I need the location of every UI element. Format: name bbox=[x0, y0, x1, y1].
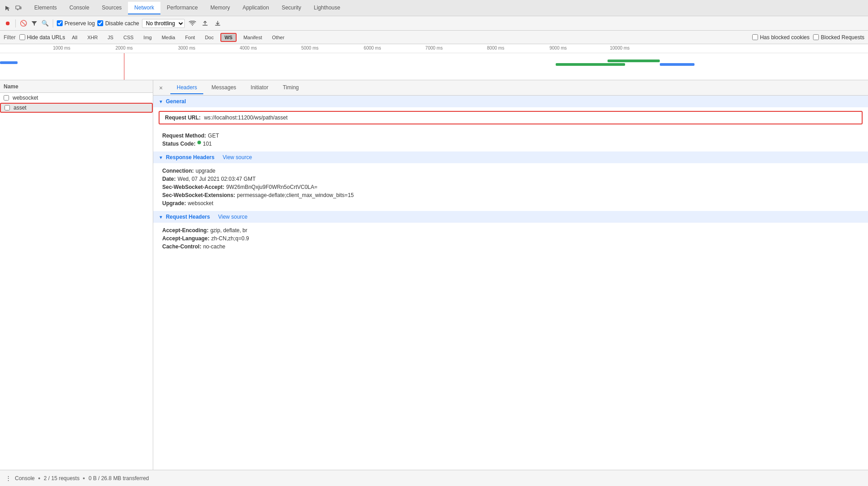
wifi-icon[interactable] bbox=[187, 18, 197, 28]
filter-type-ws[interactable]: WS bbox=[220, 33, 237, 42]
filter-type-js[interactable]: JS bbox=[105, 34, 117, 41]
status-code-label: Status Code: bbox=[162, 141, 196, 147]
detail-tab-initiator[interactable]: Initiator bbox=[244, 82, 274, 94]
response-headers-section-header[interactable]: ▼ Response Headers View source bbox=[153, 151, 868, 163]
request-accept-language-value: zh-CN,zh;q=0.9 bbox=[211, 235, 249, 242]
tick-10000: 10000 ms bbox=[610, 46, 630, 50]
request-method-value: GET bbox=[208, 133, 219, 139]
filter-type-xhr[interactable]: XHR bbox=[84, 34, 101, 41]
request-cache-control-label: Cache-Control: bbox=[162, 243, 201, 250]
tab-security[interactable]: Security bbox=[275, 2, 307, 14]
divider-2 bbox=[53, 19, 53, 28]
request-url-label: Request URL: bbox=[165, 115, 201, 121]
filter-type-img[interactable]: Img bbox=[140, 34, 155, 41]
detail-tab-headers[interactable]: Headers bbox=[170, 82, 203, 94]
tab-lighthouse[interactable]: Lighthouse bbox=[307, 2, 347, 14]
tab-performance[interactable]: Performance bbox=[160, 2, 204, 14]
bar-1 bbox=[0, 61, 18, 64]
general-section-label: General bbox=[166, 98, 186, 105]
bar-3 bbox=[608, 60, 660, 62]
device-icon[interactable] bbox=[14, 4, 23, 12]
response-date-value: Wed, 07 Jul 2021 02:03:47 GMT bbox=[178, 176, 256, 182]
disable-cache-label[interactable]: Disable cache bbox=[97, 20, 139, 27]
filter-type-media[interactable]: Media bbox=[159, 34, 178, 41]
request-accept-encoding-label: Accept-Encoding: bbox=[162, 227, 209, 234]
general-section-header[interactable]: ▼ General bbox=[153, 96, 868, 107]
detail-tab-timing[interactable]: Timing bbox=[276, 82, 305, 94]
request-method-row: Request Method: GET bbox=[162, 133, 863, 139]
response-ws-accept-label: Sec-WebSocket-Accept: bbox=[162, 184, 224, 190]
filter-type-font[interactable]: Font bbox=[182, 34, 198, 41]
response-date-row: Date: Wed, 07 Jul 2021 02:03:47 GMT bbox=[162, 176, 863, 182]
timeline: 1000 ms 2000 ms 3000 ms 4000 ms 5000 ms … bbox=[0, 44, 868, 80]
cursor-icon[interactable] bbox=[4, 4, 12, 12]
tick-1000: 1000 ms bbox=[53, 46, 70, 50]
general-section-body: Request Method: GET Status Code: 101 bbox=[153, 128, 868, 151]
response-connection-row: Connection: upgrade bbox=[162, 168, 863, 174]
blocked-requests-label[interactable]: Blocked Requests bbox=[813, 34, 864, 41]
request-accept-encoding-value: gzip, deflate, br bbox=[210, 227, 247, 234]
clear-button[interactable]: 🚫 bbox=[19, 19, 27, 28]
tick-8000: 8000 ms bbox=[487, 46, 504, 50]
preserve-log-text: Preserve log bbox=[64, 20, 95, 27]
view-source-response[interactable]: View source bbox=[223, 154, 252, 160]
response-upgrade-row: Upgrade: websocket bbox=[162, 200, 863, 206]
hide-data-urls-label[interactable]: Hide data URLs bbox=[19, 34, 65, 41]
response-headers-label: Response Headers bbox=[166, 154, 215, 160]
tab-console[interactable]: Console bbox=[63, 2, 96, 14]
response-connection-value: upgrade bbox=[196, 168, 215, 174]
detail-close-button[interactable]: × bbox=[157, 84, 165, 92]
throttle-select[interactable]: No throttling bbox=[142, 19, 185, 28]
tab-application[interactable]: Application bbox=[236, 2, 275, 14]
hide-data-urls-checkbox[interactable] bbox=[19, 34, 25, 40]
tab-memory[interactable]: Memory bbox=[204, 2, 236, 14]
tab-elements[interactable]: Elements bbox=[28, 2, 63, 14]
filter-type-manifest[interactable]: Manifest bbox=[240, 34, 265, 41]
main-area: Name websocket asset × Headers Messages … bbox=[0, 80, 868, 470]
tab-network[interactable]: Network bbox=[128, 2, 160, 14]
has-blocked-cookies-checkbox[interactable] bbox=[752, 34, 758, 40]
request-item-asset[interactable]: asset bbox=[0, 103, 153, 113]
filter-type-css[interactable]: CSS bbox=[120, 34, 137, 41]
filter-input-wrap: Filter bbox=[4, 34, 16, 41]
requests-header: Name bbox=[0, 80, 153, 93]
disable-cache-checkbox[interactable] bbox=[97, 20, 103, 26]
status-code-value: 101 bbox=[203, 141, 212, 147]
asset-name: asset bbox=[14, 105, 27, 111]
filter-label: Filter bbox=[4, 34, 16, 41]
websocket-checkbox[interactable] bbox=[4, 95, 9, 101]
timeline-ruler: 1000 ms 2000 ms 3000 ms 4000 ms 5000 ms … bbox=[0, 44, 868, 53]
response-upgrade-value: websocket bbox=[188, 200, 214, 206]
tab-bar: Elements Console Sources Network Perform… bbox=[0, 0, 868, 16]
filter-button[interactable] bbox=[30, 19, 38, 28]
request-headers-section-header[interactable]: ▼ Request Headers View source bbox=[153, 211, 868, 223]
status-dot bbox=[197, 141, 201, 144]
svg-rect-1 bbox=[20, 7, 21, 9]
filter-type-all[interactable]: All bbox=[69, 34, 80, 41]
view-source-request[interactable]: View source bbox=[218, 214, 247, 220]
filter-type-other[interactable]: Other bbox=[269, 34, 288, 41]
preserve-log-checkbox[interactable] bbox=[57, 20, 63, 26]
preserve-log-label[interactable]: Preserve log bbox=[57, 20, 95, 27]
search-button[interactable]: 🔍 bbox=[41, 19, 49, 28]
bar-4 bbox=[660, 63, 694, 66]
detail-tab-messages[interactable]: Messages bbox=[205, 82, 242, 94]
request-item-websocket[interactable]: websocket bbox=[0, 93, 153, 103]
asset-checkbox[interactable] bbox=[5, 105, 10, 110]
record-button[interactable]: ⏺ bbox=[4, 19, 12, 28]
filter-type-doc[interactable]: Doc bbox=[202, 34, 217, 41]
filter-bar: Filter Hide data URLs All XHR JS CSS Img… bbox=[0, 31, 868, 44]
response-date-label: Date: bbox=[162, 176, 176, 182]
upload-icon[interactable] bbox=[200, 18, 210, 28]
tick-2000: 2000 ms bbox=[115, 46, 132, 50]
tab-sources[interactable]: Sources bbox=[96, 2, 128, 14]
tick-3000: 3000 ms bbox=[178, 46, 195, 50]
tick-5000: 5000 ms bbox=[301, 46, 318, 50]
download-icon[interactable] bbox=[213, 18, 223, 28]
detail-panel: × Headers Messages Initiator Timing ▼ Ge… bbox=[153, 80, 868, 470]
request-headers-label: Request Headers bbox=[166, 214, 210, 220]
blocked-requests-checkbox[interactable] bbox=[813, 34, 819, 40]
response-headers-arrow: ▼ bbox=[159, 155, 163, 160]
svg-rect-0 bbox=[16, 6, 20, 9]
has-blocked-cookies-label[interactable]: Has blocked cookies bbox=[752, 34, 809, 41]
